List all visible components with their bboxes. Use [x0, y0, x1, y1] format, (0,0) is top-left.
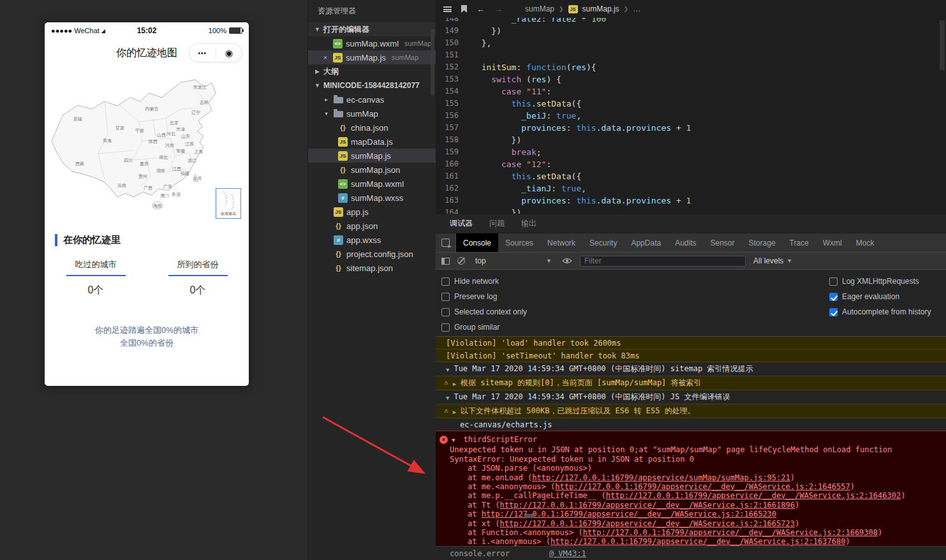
chevron-right-icon[interactable]: ▸: [322, 96, 330, 103]
checkbox-unchecked[interactable]: [441, 293, 450, 301]
explorer-scrollbar[interactable]: [431, 29, 434, 96]
log-levels-selector[interactable]: All levels ▼: [753, 256, 792, 265]
china-map[interactable]: 新疆西藏青海甘肃内蒙古黑龙江吉林辽宁北京天津河北山西山东宁夏陕西河南江苏安徽上海…: [45, 70, 249, 221]
tab-console[interactable]: Console: [456, 233, 498, 252]
tree-item-sumMap[interactable]: ▾sumMap: [308, 107, 436, 121]
stack-frame: at xt (http://127.0.0.1:16799/appservice…: [440, 519, 941, 528]
tab-appdata[interactable]: AppData: [624, 233, 668, 252]
menu-icon[interactable]: [443, 6, 452, 12]
context-selector[interactable]: top ▼: [473, 256, 554, 265]
checkbox-unchecked[interactable]: [441, 277, 450, 286]
province-label: 黑龙江: [193, 84, 207, 91]
tab-trace[interactable]: Trace: [783, 233, 816, 252]
tree-item-sumMap.wxml[interactable]: <>sumMap.wxml: [308, 177, 436, 191]
message-text: [Violation] 'load' handler took 2600ms: [446, 339, 621, 348]
console-option-eager-evaluation[interactable]: Eager evaluation: [829, 289, 931, 304]
more-menu-button[interactable]: •••: [189, 50, 216, 57]
tab-network[interactable]: Network: [540, 233, 582, 252]
checkbox-checked[interactable]: [829, 308, 838, 316]
clear-console-icon[interactable]: [457, 257, 465, 265]
tree-item-sumMap.wxss[interactable]: #sumMap.wxss: [308, 191, 436, 205]
console-option-autocomplete-from-history[interactable]: Autocomplete from history: [829, 304, 931, 320]
province-label: 广东: [163, 184, 172, 190]
checkbox-unchecked[interactable]: [441, 308, 450, 316]
expand-arrow-icon[interactable]: ▼: [446, 365, 449, 374]
tree-item-sumMap.json[interactable]: {}sumMap.json: [308, 163, 436, 177]
stat-0[interactable]: 吃过的城市0个: [45, 256, 147, 297]
panel-tab-调试器[interactable]: 调试器: [450, 218, 473, 229]
tab-audits[interactable]: Audits: [668, 233, 703, 252]
stack-frame: at me.p.__callPageLifeTime__ (http://127…: [440, 491, 941, 500]
stack-frame: at JSON.parse (<anonymous>): [440, 464, 941, 473]
tab-sources[interactable]: Sources: [498, 233, 540, 252]
tree-item-sumMap.js[interactable]: JSsumMap.js: [308, 149, 436, 163]
console-option-group-similar[interactable]: Group similar: [441, 320, 940, 335]
province-label: 贵州: [138, 173, 147, 180]
open-editor-sumMap.wxml[interactable]: ×<>sumMap.wxmlsumMap: [308, 36, 436, 50]
checkbox-checked[interactable]: [829, 293, 838, 301]
expand-arrow-icon[interactable]: ▼: [452, 436, 455, 445]
stack-link[interactable]: http://127.0.0.1:16799/appservice/__dev_…: [583, 528, 878, 537]
tree-item-ec-canvas[interactable]: ▸ec-canvas: [308, 92, 436, 107]
message-text: Tue Mar 17 2020 14:59:34 GMT+0800 (中国标准时…: [454, 392, 730, 401]
stack-link[interactable]: http://127.0.0.1:16799/appservice/__dev_…: [551, 537, 845, 546]
console-log[interactable]: [Violation] 'load' handler took 2600ms[V…: [436, 337, 946, 546]
tree-item-china.json[interactable]: {}china.json: [308, 121, 436, 135]
close-editor-icon[interactable]: ×: [321, 54, 330, 61]
editor-topbar: ← → sumMap ❯ JS sumMap.js ❯ …: [436, 0, 946, 18]
expand-arrow-icon[interactable]: ▶: [453, 408, 456, 416]
tree-item-app.js[interactable]: JSapp.js: [308, 205, 436, 219]
option-label: Log XMLHttpRequests: [842, 277, 919, 286]
bookmark-icon[interactable]: [461, 5, 467, 13]
panel-tab-问题[interactable]: 问题: [489, 218, 505, 229]
tree-item-mapData.js[interactable]: JSmapData.js: [308, 135, 436, 149]
home-capsule-button[interactable]: ◉: [216, 48, 242, 58]
nav-back-icon[interactable]: ←: [477, 4, 485, 14]
tree-item-app.wxss[interactable]: #app.wxss: [308, 233, 436, 247]
stack-link[interactable]: http://127.0.0.1:16799/appservice/__dev_…: [500, 501, 795, 510]
tab-wxml[interactable]: Wxml: [816, 233, 849, 252]
filter-input[interactable]: [580, 256, 746, 267]
breadcrumb-more[interactable]: …: [633, 4, 640, 13]
console-error-block: ×▼thirdScriptErrorUnexpected token u in …: [436, 431, 946, 546]
stack-link[interactable]: http://127.0.0.1:16799/appservice/__dev_…: [500, 519, 795, 528]
chevron-down-icon[interactable]: ▾: [322, 110, 330, 117]
expand-arrow-icon[interactable]: ▶: [453, 379, 456, 388]
console-option-log-xmlhttprequests[interactable]: Log XMLHttpRequests: [829, 274, 931, 289]
tab-sensor[interactable]: Sensor: [704, 233, 742, 252]
project-header[interactable]: ▼ MINICODE-1584428142077: [308, 78, 436, 92]
editor-scrollbar[interactable]: [940, 20, 945, 70]
province-label: 湖北: [159, 154, 168, 161]
province-label: 吉林: [200, 99, 209, 106]
stack-link[interactable]: http://127.0.0.1:16799/appservice/__dev_…: [555, 482, 850, 491]
stack-link[interactable]: http://127.0.0.1:16799/appservice/__dev_…: [606, 491, 901, 500]
tree-item-app.json[interactable]: {}app.json: [308, 219, 436, 233]
tab-security[interactable]: Security: [582, 233, 624, 252]
tab-storage[interactable]: Storage: [742, 233, 783, 252]
inspect-element-button[interactable]: [436, 233, 456, 252]
checkbox-unchecked[interactable]: [441, 323, 450, 332]
cities-progress-link[interactable]: 你的足迹踏遍全国0%的城市: [45, 324, 249, 337]
checkbox-unchecked[interactable]: [829, 277, 838, 286]
breadcrumb-file[interactable]: sumMap.js: [582, 4, 619, 13]
eye-icon[interactable]: [562, 257, 572, 265]
tree-item-sitemap.json[interactable]: {}sitemap.json: [308, 261, 436, 275]
code-area[interactable]: 148 _rate2: rate2 * 100149 })150 },15115…: [436, 13, 940, 214]
open-editor-sumMap.js[interactable]: ×JSsumMap.jssumMap: [308, 50, 436, 64]
tab-mock[interactable]: Mock: [849, 233, 882, 252]
stack-link[interactable]: http://127.0.0.1:16799/appservice/sumMap…: [532, 473, 790, 482]
provinces-progress-link[interactable]: 全国0%的省份: [45, 337, 249, 350]
panel-tab-输出[interactable]: 输出: [521, 218, 536, 229]
open-editors-header[interactable]: ▼ 打开的编辑器: [308, 22, 436, 36]
expand-arrow-icon[interactable]: ▼: [446, 394, 449, 402]
js-file-icon: JS: [333, 53, 343, 63]
sidebar-toggle-icon[interactable]: [441, 258, 450, 265]
tree-item-project.config.json[interactable]: {}project.config.json: [308, 247, 436, 261]
nav-forward-icon[interactable]: →: [494, 4, 503, 14]
console-source-link[interactable]: @ VM43:1: [549, 549, 586, 558]
outline-header[interactable]: ▶ 大纲: [308, 64, 436, 78]
stat-1[interactable]: 所到的省份0个: [147, 256, 249, 297]
province-label: 陕西: [149, 138, 158, 145]
warning-icon: ⚠: [444, 406, 448, 415]
breadcrumb-folder[interactable]: sumMap: [525, 4, 554, 13]
